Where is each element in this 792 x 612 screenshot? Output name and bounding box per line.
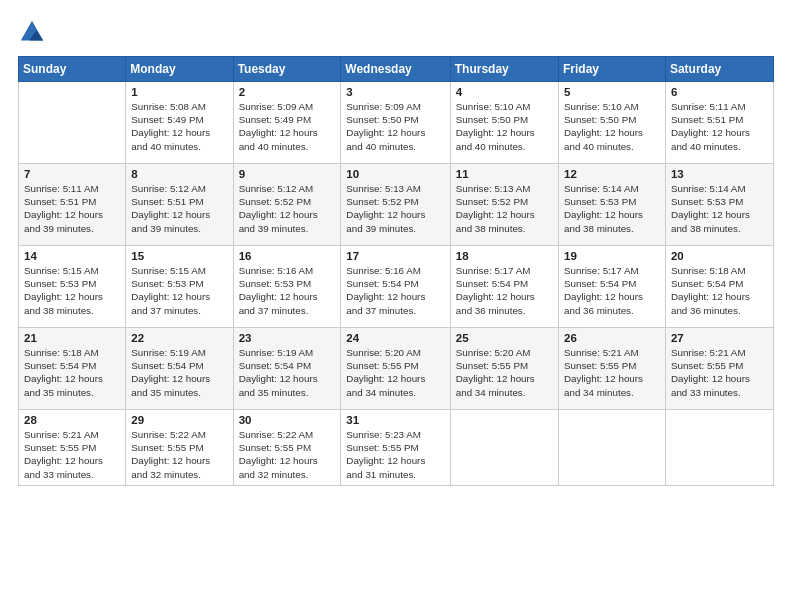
day-info: Sunrise: 5:08 AM Sunset: 5:49 PM Dayligh… — [131, 100, 227, 153]
day-info: Sunrise: 5:18 AM Sunset: 5:54 PM Dayligh… — [24, 346, 120, 399]
day-number: 6 — [671, 86, 768, 98]
day-number: 13 — [671, 168, 768, 180]
calendar-cell: 10Sunrise: 5:13 AM Sunset: 5:52 PM Dayli… — [341, 164, 450, 246]
day-number: 24 — [346, 332, 444, 344]
calendar-cell: 17Sunrise: 5:16 AM Sunset: 5:54 PM Dayli… — [341, 246, 450, 328]
day-info: Sunrise: 5:13 AM Sunset: 5:52 PM Dayligh… — [456, 182, 553, 235]
day-info: Sunrise: 5:11 AM Sunset: 5:51 PM Dayligh… — [671, 100, 768, 153]
day-number: 9 — [239, 168, 336, 180]
calendar-cell: 21Sunrise: 5:18 AM Sunset: 5:54 PM Dayli… — [19, 328, 126, 410]
calendar-cell: 3Sunrise: 5:09 AM Sunset: 5:50 PM Daylig… — [341, 82, 450, 164]
day-info: Sunrise: 5:16 AM Sunset: 5:54 PM Dayligh… — [346, 264, 444, 317]
calendar-cell: 18Sunrise: 5:17 AM Sunset: 5:54 PM Dayli… — [450, 246, 558, 328]
day-number: 2 — [239, 86, 336, 98]
day-info: Sunrise: 5:14 AM Sunset: 5:53 PM Dayligh… — [564, 182, 660, 235]
day-info: Sunrise: 5:11 AM Sunset: 5:51 PM Dayligh… — [24, 182, 120, 235]
logo — [18, 18, 50, 46]
calendar-cell: 20Sunrise: 5:18 AM Sunset: 5:54 PM Dayli… — [665, 246, 773, 328]
calendar-cell: 26Sunrise: 5:21 AM Sunset: 5:55 PM Dayli… — [559, 328, 666, 410]
day-number: 21 — [24, 332, 120, 344]
weekday-header-saturday: Saturday — [665, 57, 773, 82]
day-number: 31 — [346, 414, 444, 426]
day-number: 17 — [346, 250, 444, 262]
calendar-cell: 7Sunrise: 5:11 AM Sunset: 5:51 PM Daylig… — [19, 164, 126, 246]
day-info: Sunrise: 5:16 AM Sunset: 5:53 PM Dayligh… — [239, 264, 336, 317]
day-number: 10 — [346, 168, 444, 180]
calendar: SundayMondayTuesdayWednesdayThursdayFrid… — [18, 56, 774, 486]
calendar-cell: 12Sunrise: 5:14 AM Sunset: 5:53 PM Dayli… — [559, 164, 666, 246]
calendar-cell: 30Sunrise: 5:22 AM Sunset: 5:55 PM Dayli… — [233, 410, 341, 486]
header — [18, 18, 774, 46]
weekday-header-sunday: Sunday — [19, 57, 126, 82]
day-number: 11 — [456, 168, 553, 180]
day-info: Sunrise: 5:22 AM Sunset: 5:55 PM Dayligh… — [131, 428, 227, 481]
weekday-header-row: SundayMondayTuesdayWednesdayThursdayFrid… — [19, 57, 774, 82]
calendar-cell — [665, 410, 773, 486]
day-info: Sunrise: 5:15 AM Sunset: 5:53 PM Dayligh… — [131, 264, 227, 317]
day-info: Sunrise: 5:17 AM Sunset: 5:54 PM Dayligh… — [456, 264, 553, 317]
week-row-3: 14Sunrise: 5:15 AM Sunset: 5:53 PM Dayli… — [19, 246, 774, 328]
day-number: 26 — [564, 332, 660, 344]
calendar-cell: 8Sunrise: 5:12 AM Sunset: 5:51 PM Daylig… — [126, 164, 233, 246]
day-info: Sunrise: 5:10 AM Sunset: 5:50 PM Dayligh… — [456, 100, 553, 153]
day-info: Sunrise: 5:19 AM Sunset: 5:54 PM Dayligh… — [131, 346, 227, 399]
day-number: 15 — [131, 250, 227, 262]
calendar-cell: 14Sunrise: 5:15 AM Sunset: 5:53 PM Dayli… — [19, 246, 126, 328]
day-info: Sunrise: 5:10 AM Sunset: 5:50 PM Dayligh… — [564, 100, 660, 153]
day-number: 28 — [24, 414, 120, 426]
day-number: 23 — [239, 332, 336, 344]
week-row-1: 1Sunrise: 5:08 AM Sunset: 5:49 PM Daylig… — [19, 82, 774, 164]
day-number: 30 — [239, 414, 336, 426]
day-number: 7 — [24, 168, 120, 180]
calendar-cell: 1Sunrise: 5:08 AM Sunset: 5:49 PM Daylig… — [126, 82, 233, 164]
calendar-cell: 22Sunrise: 5:19 AM Sunset: 5:54 PM Dayli… — [126, 328, 233, 410]
calendar-cell: 4Sunrise: 5:10 AM Sunset: 5:50 PM Daylig… — [450, 82, 558, 164]
calendar-cell: 2Sunrise: 5:09 AM Sunset: 5:49 PM Daylig… — [233, 82, 341, 164]
day-info: Sunrise: 5:17 AM Sunset: 5:54 PM Dayligh… — [564, 264, 660, 317]
day-number: 19 — [564, 250, 660, 262]
day-info: Sunrise: 5:13 AM Sunset: 5:52 PM Dayligh… — [346, 182, 444, 235]
calendar-cell: 5Sunrise: 5:10 AM Sunset: 5:50 PM Daylig… — [559, 82, 666, 164]
day-info: Sunrise: 5:14 AM Sunset: 5:53 PM Dayligh… — [671, 182, 768, 235]
day-number: 4 — [456, 86, 553, 98]
calendar-cell: 31Sunrise: 5:23 AM Sunset: 5:55 PM Dayli… — [341, 410, 450, 486]
day-info: Sunrise: 5:21 AM Sunset: 5:55 PM Dayligh… — [24, 428, 120, 481]
calendar-cell: 16Sunrise: 5:16 AM Sunset: 5:53 PM Dayli… — [233, 246, 341, 328]
week-row-2: 7Sunrise: 5:11 AM Sunset: 5:51 PM Daylig… — [19, 164, 774, 246]
day-number: 22 — [131, 332, 227, 344]
day-number: 20 — [671, 250, 768, 262]
day-info: Sunrise: 5:09 AM Sunset: 5:50 PM Dayligh… — [346, 100, 444, 153]
calendar-cell: 6Sunrise: 5:11 AM Sunset: 5:51 PM Daylig… — [665, 82, 773, 164]
day-info: Sunrise: 5:20 AM Sunset: 5:55 PM Dayligh… — [346, 346, 444, 399]
calendar-cell: 25Sunrise: 5:20 AM Sunset: 5:55 PM Dayli… — [450, 328, 558, 410]
day-info: Sunrise: 5:19 AM Sunset: 5:54 PM Dayligh… — [239, 346, 336, 399]
day-info: Sunrise: 5:18 AM Sunset: 5:54 PM Dayligh… — [671, 264, 768, 317]
day-number: 14 — [24, 250, 120, 262]
day-number: 8 — [131, 168, 227, 180]
calendar-cell — [450, 410, 558, 486]
calendar-cell: 19Sunrise: 5:17 AM Sunset: 5:54 PM Dayli… — [559, 246, 666, 328]
day-number: 1 — [131, 86, 227, 98]
day-info: Sunrise: 5:12 AM Sunset: 5:52 PM Dayligh… — [239, 182, 336, 235]
day-number: 29 — [131, 414, 227, 426]
calendar-cell: 13Sunrise: 5:14 AM Sunset: 5:53 PM Dayli… — [665, 164, 773, 246]
calendar-cell: 28Sunrise: 5:21 AM Sunset: 5:55 PM Dayli… — [19, 410, 126, 486]
calendar-cell — [559, 410, 666, 486]
day-info: Sunrise: 5:12 AM Sunset: 5:51 PM Dayligh… — [131, 182, 227, 235]
weekday-header-thursday: Thursday — [450, 57, 558, 82]
day-info: Sunrise: 5:21 AM Sunset: 5:55 PM Dayligh… — [671, 346, 768, 399]
day-info: Sunrise: 5:15 AM Sunset: 5:53 PM Dayligh… — [24, 264, 120, 317]
day-info: Sunrise: 5:09 AM Sunset: 5:49 PM Dayligh… — [239, 100, 336, 153]
calendar-cell: 23Sunrise: 5:19 AM Sunset: 5:54 PM Dayli… — [233, 328, 341, 410]
day-info: Sunrise: 5:23 AM Sunset: 5:55 PM Dayligh… — [346, 428, 444, 481]
day-number: 16 — [239, 250, 336, 262]
logo-icon — [18, 18, 46, 46]
calendar-cell: 15Sunrise: 5:15 AM Sunset: 5:53 PM Dayli… — [126, 246, 233, 328]
day-number: 5 — [564, 86, 660, 98]
page: SundayMondayTuesdayWednesdayThursdayFrid… — [0, 0, 792, 612]
calendar-cell: 9Sunrise: 5:12 AM Sunset: 5:52 PM Daylig… — [233, 164, 341, 246]
calendar-cell — [19, 82, 126, 164]
day-info: Sunrise: 5:22 AM Sunset: 5:55 PM Dayligh… — [239, 428, 336, 481]
calendar-cell: 24Sunrise: 5:20 AM Sunset: 5:55 PM Dayli… — [341, 328, 450, 410]
calendar-cell: 11Sunrise: 5:13 AM Sunset: 5:52 PM Dayli… — [450, 164, 558, 246]
